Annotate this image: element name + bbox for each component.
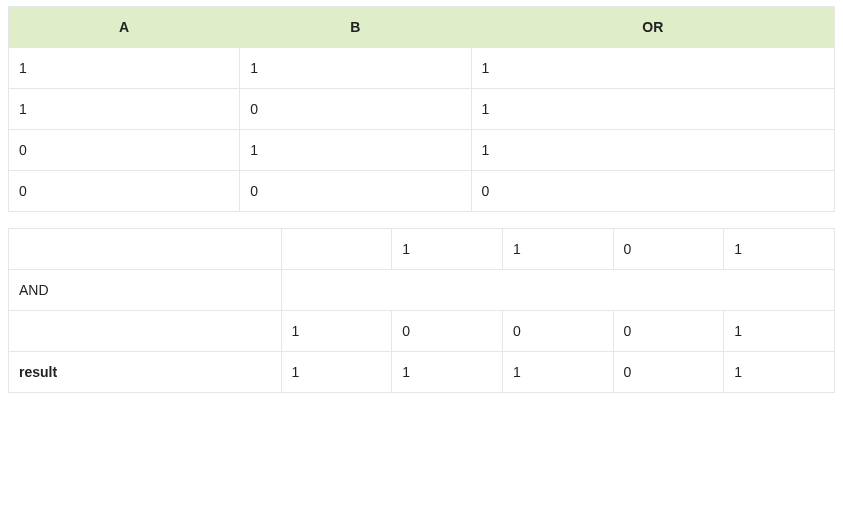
or-truth-table: A B OR 1 1 1 1 0 1 0 1 1 0 0 0 <box>8 6 835 212</box>
or-cell-result: 1 <box>471 89 834 130</box>
or-cell-b: 0 <box>240 171 471 212</box>
and-bit-cell: 1 <box>281 311 392 352</box>
and-operator-label: AND <box>9 270 282 311</box>
and-result-cell: 1 <box>392 352 503 393</box>
and-bit-cell: 1 <box>502 229 613 270</box>
or-cell-result: 1 <box>471 130 834 171</box>
or-cell-b: 1 <box>240 48 471 89</box>
and-result-cell: 1 <box>281 352 392 393</box>
and-bit-cell: 0 <box>392 311 503 352</box>
or-cell-a: 0 <box>9 171 240 212</box>
and-bit-cell: 0 <box>613 229 724 270</box>
or-cell-a: 0 <box>9 130 240 171</box>
or-cell-a: 1 <box>9 89 240 130</box>
table-row: 1 0 1 <box>9 89 835 130</box>
table-row: 0 0 0 <box>9 171 835 212</box>
and-bit-cell: 1 <box>392 229 503 270</box>
and-result-cell: 1 <box>502 352 613 393</box>
and-row-label <box>9 229 282 270</box>
and-bit-cell: 0 <box>613 311 724 352</box>
or-cell-result: 1 <box>471 48 834 89</box>
and-row-operator: AND <box>9 270 835 311</box>
or-header-b: B <box>240 7 471 48</box>
table-spacer <box>8 212 835 228</box>
and-bit-cell: 0 <box>502 311 613 352</box>
and-result-label: result <box>9 352 282 393</box>
or-header-or: OR <box>471 7 834 48</box>
and-row-label <box>9 311 282 352</box>
table-row: 1 1 1 <box>9 48 835 89</box>
or-cell-b: 0 <box>240 89 471 130</box>
and-empty-span <box>281 270 834 311</box>
or-cell-result: 0 <box>471 171 834 212</box>
and-bit-cell: 1 <box>724 311 835 352</box>
or-cell-a: 1 <box>9 48 240 89</box>
or-header-row: A B OR <box>9 7 835 48</box>
and-result-cell: 0 <box>613 352 724 393</box>
or-cell-b: 1 <box>240 130 471 171</box>
and-bit-cell <box>281 229 392 270</box>
and-bit-table: 1 1 0 1 AND 1 0 0 0 1 result 1 1 1 0 1 <box>8 228 835 393</box>
and-row-operand-top: 1 1 0 1 <box>9 229 835 270</box>
and-bit-cell: 1 <box>724 229 835 270</box>
or-header-a: A <box>9 7 240 48</box>
and-result-cell: 1 <box>724 352 835 393</box>
table-row: 0 1 1 <box>9 130 835 171</box>
and-row-operand-bottom: 1 0 0 0 1 <box>9 311 835 352</box>
and-row-result: result 1 1 1 0 1 <box>9 352 835 393</box>
